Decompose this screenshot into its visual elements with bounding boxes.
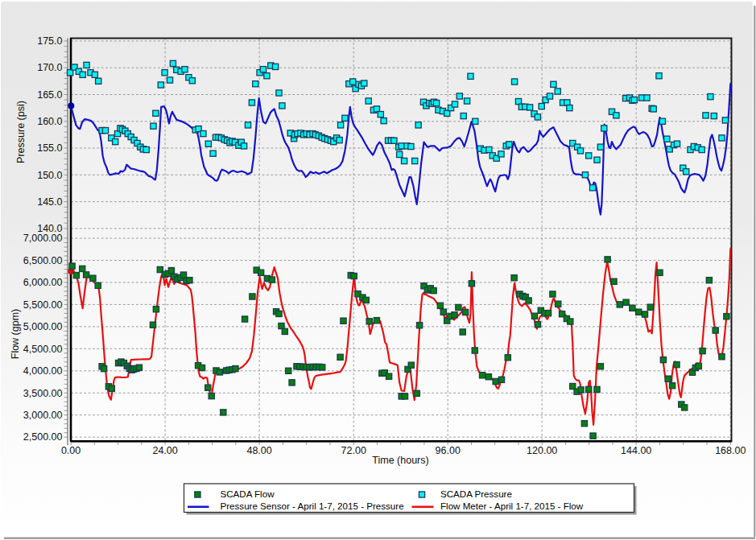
svg-text:4,000.00: 4,000.00 [23, 365, 63, 377]
svg-text:7,000.00: 7,000.00 [23, 233, 63, 244]
svg-text:3,000.00: 3,000.00 [23, 410, 63, 421]
svg-text:Flow Meter - April 1-7, 2015 -: Flow Meter - April 1-7, 2015 - Flow [440, 501, 584, 511]
svg-text:120.00: 120.00 [527, 445, 557, 456]
svg-text:72.00: 72.00 [341, 445, 366, 456]
svg-text:2,500.00: 2,500.00 [23, 431, 63, 443]
svg-text:6,500.00: 6,500.00 [23, 255, 63, 266]
svg-text:4,500.00: 4,500.00 [23, 344, 63, 355]
svg-text:24.00: 24.00 [152, 445, 177, 456]
svg-text:48.00: 48.00 [246, 445, 271, 456]
svg-text:3,500.00: 3,500.00 [23, 388, 63, 399]
svg-text:96.00: 96.00 [436, 445, 461, 456]
svg-text:145.0: 145.0 [37, 196, 62, 208]
svg-text:Flow (gpm): Flow (gpm) [10, 309, 21, 360]
svg-text:Time (hours): Time (hours) [372, 455, 428, 466]
svg-text:0.00: 0.00 [61, 445, 81, 456]
svg-text:150.0: 150.0 [37, 170, 62, 181]
svg-text:5,500.00: 5,500.00 [23, 299, 63, 311]
svg-text:170.0: 170.0 [37, 62, 62, 73]
svg-text:6,000.00: 6,000.00 [23, 277, 63, 288]
svg-text:165.0: 165.0 [37, 89, 62, 101]
svg-text:155.0: 155.0 [37, 142, 62, 154]
svg-text:168.00: 168.00 [715, 445, 746, 456]
svg-text:Pressure (psi): Pressure (psi) [15, 101, 27, 163]
svg-text:175.0: 175.0 [37, 35, 62, 47]
svg-text:Pressure Sensor - April 1-7, 2: Pressure Sensor - April 1-7, 2015 - Pres… [221, 501, 404, 511]
svg-text:5,000.00: 5,000.00 [23, 321, 63, 332]
svg-text:SCADA Pressure: SCADA Pressure [440, 488, 512, 499]
svg-text:144.00: 144.00 [621, 445, 651, 456]
svg-text:160.0: 160.0 [37, 116, 62, 127]
svg-text:SCADA Flow: SCADA Flow [221, 488, 275, 499]
